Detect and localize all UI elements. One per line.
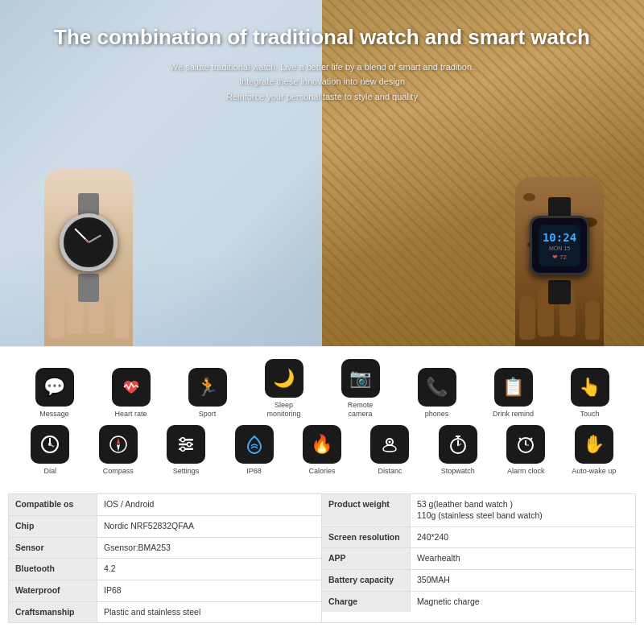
remote-camera-icon: 📷 — [341, 359, 380, 398]
compass-label: Compass — [103, 467, 134, 476]
dial-icon — [31, 425, 69, 464]
spec-resolution-val: 240*240 — [411, 527, 635, 548]
spec-app-key: APP — [322, 548, 411, 569]
svg-point-11 — [188, 442, 192, 446]
spec-waterproof: Waterproof IP68 — [9, 580, 321, 602]
spec-charge-val: Magnetic charge — [411, 592, 635, 613]
spec-bluetooth-val: 4.2 — [97, 559, 321, 580]
message-icon: 💬 — [35, 368, 74, 407]
spec-weight-val: 53 g(leather band watch )110g (stainless… — [411, 494, 635, 526]
spec-app: APP Wearhealth — [322, 548, 635, 570]
spec-waterproof-val: IP68 — [97, 580, 321, 601]
svg-point-14 — [389, 440, 391, 443]
feature-dial: Dial — [26, 425, 74, 476]
specs-section: Compatible os IOS / Android Chip Nordic … — [8, 493, 636, 623]
distanc-label: Distanc — [378, 467, 402, 476]
heart-rate-label: Heart rate — [114, 410, 147, 419]
spec-chip: Chip Nordic NRF52832QFAA — [9, 516, 321, 538]
hero-right-bg: 10:24 MON 15 ❤ 72 — [322, 0, 644, 346]
hero-section: 10:24 MON 15 ❤ 72 The combination of tra… — [0, 0, 644, 346]
feature-touch: 👆 Touch — [566, 368, 614, 419]
spec-battery-key: Battery capacity — [322, 570, 411, 591]
feature-distanc: Distanc — [365, 425, 414, 476]
spec-sensor-val: Gsensor:BMA253 — [97, 538, 321, 559]
features-row-1: 💬 Message Heart rate 🏃 Sport 🌙 Sleepmoni… — [16, 359, 628, 419]
spec-resolution: Screen resolution 240*240 — [322, 527, 635, 549]
spec-charge-key: Charge — [322, 592, 411, 613]
ip68-label: IP68 — [246, 467, 262, 476]
svg-marker-6 — [117, 444, 120, 452]
spec-weight-key: Product weight — [322, 494, 411, 526]
feature-calories: 🔥 Calories — [298, 425, 346, 476]
drink-remind-icon: 📋 — [494, 368, 533, 407]
spec-sensor: Sensor Gsensor:BMA253 — [9, 538, 321, 559]
feature-stopwatch: Stopwatch — [434, 425, 482, 476]
remote-camera-label: Remotecamera — [348, 401, 374, 419]
touch-label: Touch — [580, 410, 599, 419]
stopwatch-label: Stopwatch — [441, 467, 475, 476]
spec-resolution-key: Screen resolution — [322, 527, 411, 548]
stopwatch-icon — [439, 425, 477, 464]
settings-icon — [167, 425, 205, 464]
spec-craftsmanship-val: Plastic and stainless steel — [97, 602, 321, 623]
drink-remind-label: Drink remind — [493, 410, 534, 419]
svg-point-10 — [181, 437, 185, 441]
sleep-label: Sleepmonitoring — [266, 401, 300, 419]
features-section: 💬 Message Heart rate 🏃 Sport 🌙 Sleepmoni… — [0, 346, 644, 489]
alarm-clock-icon — [506, 425, 545, 464]
alarm-clock-label: Alarm clock — [507, 467, 545, 476]
feature-heart-rate: Heart rate — [107, 368, 155, 419]
spec-battery: Battery capacity 350MAH — [322, 570, 635, 592]
compass-icon — [99, 425, 138, 464]
svg-point-12 — [181, 447, 185, 451]
feature-settings: Settings — [162, 425, 210, 476]
heart-rate-icon — [112, 368, 151, 407]
feature-ip68: IP68 — [230, 425, 279, 476]
spec-charge: Charge Magnetic charge — [322, 592, 635, 613]
spec-waterproof-key: Waterproof — [9, 580, 97, 601]
spec-bluetooth-key: Bluetooth — [9, 559, 97, 580]
spec-bluetooth: Bluetooth 4.2 — [9, 559, 321, 580]
sport-label: Sport — [199, 410, 217, 419]
svg-marker-5 — [117, 437, 120, 444]
feature-phones: 📞 phones — [413, 368, 461, 419]
hero-left-bg — [0, 0, 322, 346]
spec-compatible-os-val: IOS / Android — [97, 494, 321, 515]
calories-icon: 🔥 — [303, 425, 341, 464]
specs-left-col: Compatible os IOS / Android Chip Nordic … — [9, 494, 322, 622]
feature-sport: 🏃 Sport — [184, 368, 232, 419]
feature-compass: Compass — [94, 425, 142, 476]
spec-app-val: Wearhealth — [411, 548, 635, 569]
spec-chip-val: Nordic NRF52832QFAA — [97, 516, 321, 537]
specs-right-col: Product weight 53 g(leather band watch )… — [322, 494, 635, 622]
sleep-icon: 🌙 — [265, 359, 303, 398]
feature-message: 💬 Message — [31, 368, 79, 419]
spec-chip-key: Chip — [9, 516, 97, 537]
spec-craftsmanship-key: Craftsmanship — [9, 602, 97, 623]
feature-alarm-clock: Alarm clock — [502, 425, 550, 476]
message-label: Message — [39, 410, 69, 419]
spec-compatible-os-key: Compatible os — [9, 494, 97, 515]
dial-label: Dial — [43, 467, 56, 476]
distanc-icon — [370, 425, 409, 464]
touch-icon: 👆 — [571, 368, 609, 407]
ip68-icon — [235, 425, 274, 464]
features-row-2: Dial Compass Settings IP68 🔥 Calories — [16, 425, 628, 476]
spec-craftsmanship: Craftsmanship Plastic and stainless stee… — [9, 602, 321, 623]
auto-wake-up-label: Auto-wake up — [572, 467, 616, 476]
sport-icon: 🏃 — [188, 368, 227, 407]
phones-icon: 📞 — [418, 368, 456, 407]
feature-sleep: 🌙 Sleepmonitoring — [260, 359, 308, 419]
feature-drink-remind: 📋 Drink remind — [489, 368, 538, 419]
spec-battery-val: 350MAH — [411, 570, 635, 591]
auto-wake-up-icon: ✋ — [575, 425, 613, 464]
settings-label: Settings — [173, 467, 200, 476]
spec-sensor-key: Sensor — [9, 538, 97, 559]
calories-label: Calories — [308, 467, 335, 476]
feature-remote-camera: 📷 Remotecamera — [336, 359, 385, 419]
phones-label: phones — [425, 410, 449, 419]
spec-weight: Product weight 53 g(leather band watch )… — [322, 494, 635, 526]
spec-compatible-os: Compatible os IOS / Android — [9, 494, 321, 516]
feature-auto-wake-up: ✋ Auto-wake up — [570, 425, 618, 476]
